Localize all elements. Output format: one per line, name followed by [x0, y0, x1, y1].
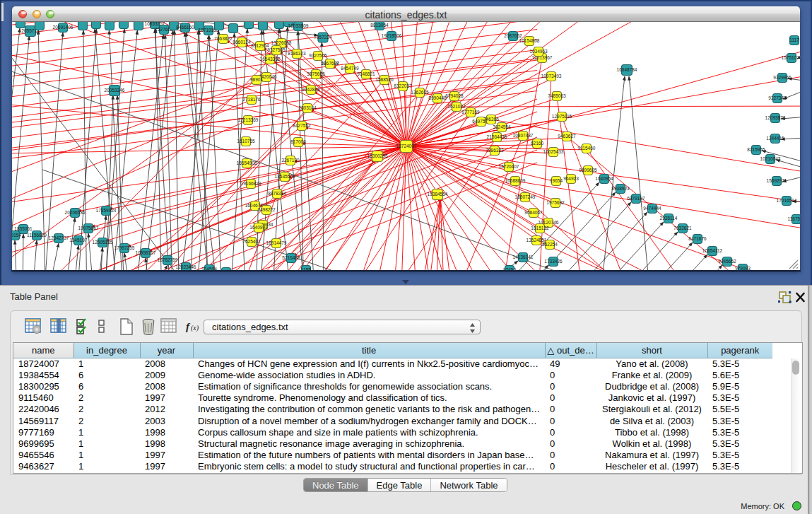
svg-text:1615132: 1615132 — [531, 226, 549, 230]
svg-text:1185: 1185 — [301, 267, 311, 270]
svg-text:7663822: 7663822 — [214, 36, 233, 41]
svg-text:18724007: 18724007 — [396, 144, 417, 148]
svg-text:15751074: 15751074 — [782, 55, 800, 60]
svg-text:19654: 19654 — [550, 178, 563, 183]
svg-text:8215955: 8215955 — [747, 147, 765, 152]
svg-text:20691406: 20691406 — [53, 25, 73, 30]
svg-text:16648784: 16648784 — [617, 67, 637, 72]
svg-text:1733426: 1733426 — [544, 259, 563, 264]
svg-text:1610755: 1610755 — [237, 139, 255, 144]
svg-text:10210643: 10210643 — [760, 156, 781, 161]
svg-text:1244415: 1244415 — [766, 136, 784, 141]
svg-text:19166829: 19166829 — [241, 181, 261, 186]
svg-text:9777169: 9777169 — [461, 110, 480, 115]
svg-text:6794028: 6794028 — [445, 93, 464, 98]
svg-text:19218506: 19218506 — [382, 33, 402, 38]
svg-text:1621022: 1621022 — [447, 104, 466, 109]
svg-text:7957224: 7957224 — [314, 35, 332, 40]
svg-text:817006: 817006 — [290, 139, 306, 144]
svg-text:3498222: 3498222 — [257, 207, 276, 212]
svg-text:19975867: 19975867 — [78, 226, 99, 230]
svg-text:12342737: 12342737 — [49, 235, 69, 240]
svg-text:3624554: 3624554 — [493, 124, 511, 129]
svg-text:12023446: 12023446 — [176, 264, 196, 269]
svg-text:11156829: 11156829 — [27, 233, 47, 238]
svg-text:7986322: 7986322 — [486, 148, 504, 153]
svg-text:9327505: 9327505 — [267, 47, 286, 52]
svg-text:10654112: 10654112 — [702, 248, 723, 253]
svg-text:10807487: 10807487 — [513, 133, 534, 138]
svg-text:7625402: 7625402 — [242, 239, 261, 244]
svg-text:(x): (x) — [191, 324, 199, 332]
svg-text:1362615: 1362615 — [411, 90, 429, 95]
svg-text:9146821: 9146821 — [357, 71, 375, 76]
svg-text:10688609: 10688609 — [505, 178, 526, 183]
svg-text:3875685: 3875685 — [307, 71, 325, 76]
svg-text:1117: 1117 — [789, 37, 799, 42]
svg-text:8912954: 8912954 — [251, 43, 269, 48]
svg-text:18300295: 18300295 — [367, 153, 388, 158]
svg-text:10154808: 10154808 — [519, 38, 540, 43]
svg-text:12505135: 12505135 — [93, 240, 113, 245]
svg-text:20206536: 20206536 — [65, 210, 86, 215]
svg-text:19384554: 19384554 — [428, 192, 448, 197]
svg-text:8990448: 8990448 — [428, 95, 447, 100]
svg-text:1034963: 1034963 — [529, 49, 548, 54]
svg-text:39154: 39154 — [12, 233, 21, 238]
svg-text:9227343: 9227343 — [768, 95, 787, 100]
svg-text:2803144: 2803144 — [298, 105, 317, 110]
svg-text:1145197: 1145197 — [70, 238, 88, 243]
svg-text:8454749: 8454749 — [341, 66, 359, 71]
svg-text:f: f — [186, 321, 191, 332]
svg-text:16782759: 16782759 — [158, 257, 178, 262]
svg-text:2935114: 2935114 — [660, 216, 678, 221]
svg-text:9329966: 9329966 — [773, 75, 792, 80]
svg-text:16654908: 16654908 — [237, 160, 257, 165]
svg-text:6879197: 6879197 — [627, 196, 645, 201]
svg-text:9245652: 9245652 — [718, 259, 736, 264]
svg-text:8466160: 8466160 — [176, 25, 194, 30]
svg-text:1588520: 1588520 — [375, 77, 394, 82]
svg-text:12975115: 12975115 — [552, 114, 572, 119]
svg-text:13226058: 13226058 — [271, 40, 292, 45]
svg-text:3267130: 3267130 — [281, 158, 300, 163]
svg-text:8660124: 8660124 — [233, 40, 251, 45]
svg-text:10958107: 10958107 — [136, 250, 156, 255]
svg-text:9699695: 9699695 — [579, 168, 597, 173]
svg-text:17016514: 17016514 — [777, 198, 797, 203]
svg-text:15720407: 15720407 — [499, 164, 519, 169]
svg-text:10025433: 10025433 — [543, 149, 564, 154]
svg-text:12093873: 12093873 — [765, 115, 786, 120]
svg-text:16543382: 16543382 — [260, 57, 281, 62]
svg-text:8186323: 8186323 — [288, 51, 306, 56]
svg-text:16914479: 16914479 — [266, 240, 287, 245]
svg-text:92450: 92450 — [503, 267, 516, 270]
svg-text:2718176: 2718176 — [242, 97, 261, 102]
svg-text:62160: 62160 — [531, 141, 543, 146]
svg-text:10973493: 10973493 — [541, 74, 562, 78]
svg-text:17957255: 17957255 — [114, 245, 135, 250]
svg-text:20053346: 20053346 — [105, 88, 125, 93]
svg-text:9242848: 9242848 — [302, 87, 320, 92]
svg-text:17359924: 17359924 — [96, 208, 117, 213]
svg-text:8938923: 8938923 — [611, 186, 630, 191]
svg-text:1640954: 1640954 — [595, 176, 613, 181]
svg-text:9084067: 9084067 — [524, 210, 543, 215]
svg-text:83716: 83716 — [220, 269, 233, 270]
svg-text:2087652: 2087652 — [504, 33, 522, 38]
svg-text:21364436: 21364436 — [487, 134, 507, 139]
svg-text:2867608: 2867608 — [321, 61, 339, 66]
svg-text:5716485: 5716485 — [282, 255, 300, 260]
svg-text:964923: 964923 — [563, 176, 579, 181]
svg-text:8427552: 8427552 — [293, 123, 311, 128]
svg-text:746266: 746266 — [483, 117, 499, 122]
svg-text:12213369: 12213369 — [238, 117, 259, 122]
svg-text:8471676: 8471676 — [688, 236, 707, 241]
svg-text:7632621: 7632621 — [673, 226, 692, 230]
svg-text:1640993: 1640993 — [249, 225, 268, 230]
svg-text:14136141: 14136141 — [513, 255, 534, 259]
svg-text:13535594: 13535594 — [275, 174, 295, 179]
svg-text:979093: 979093 — [735, 266, 751, 270]
svg-text:9327505: 9327505 — [309, 53, 327, 58]
svg-text:252254: 252254 — [542, 242, 558, 247]
